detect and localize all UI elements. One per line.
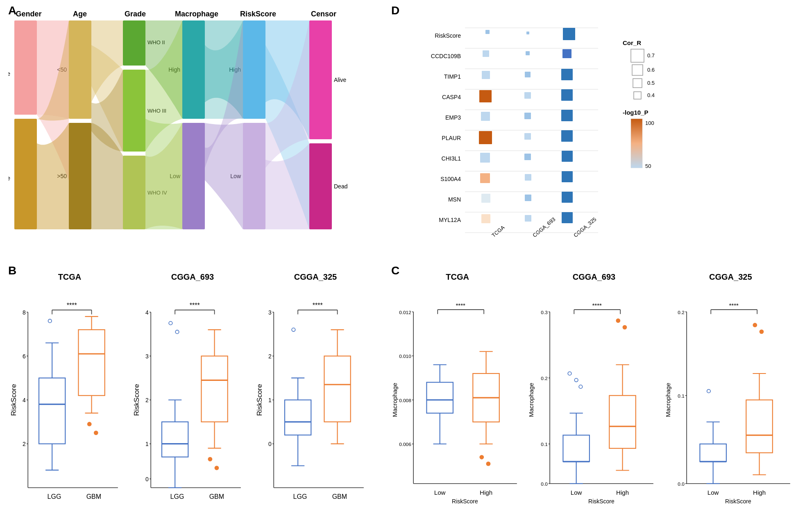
svg-point-75 xyxy=(292,328,295,332)
dot-msn-cgga325 xyxy=(562,192,573,203)
dot-plaur-tcga xyxy=(479,131,492,144)
dot-casp4-tcga xyxy=(479,90,492,102)
boxplot-cgga325-riskscore: CGGA_325 RiskScore 3 2 1 0 LGG GBM xyxy=(254,272,377,516)
svg-point-43 xyxy=(169,321,172,325)
row-timp1: TIMP1 xyxy=(444,73,461,80)
svg-text:****: **** xyxy=(190,302,200,309)
boxplot-cgga693-riskscore: CGGA_693 RiskScore 4 3 2 1 0 LGG xyxy=(131,272,254,516)
legend-100-label: 100 xyxy=(645,120,654,126)
svg-point-176 xyxy=(759,329,764,334)
svg-text:0.010: 0.010 xyxy=(399,353,411,359)
y-label-b-cgga693: RiskScore xyxy=(132,384,141,416)
svg-point-175 xyxy=(753,323,757,327)
dot-timp1-tcga xyxy=(482,71,490,79)
legend-size-05 xyxy=(633,79,642,88)
svg-text:Low: Low xyxy=(707,489,719,496)
svg-text:0.2: 0.2 xyxy=(541,376,548,381)
svg-text:GBM: GBM xyxy=(332,493,347,500)
dot-msn-tcga xyxy=(481,194,490,203)
dot-riskscore-cgga325 xyxy=(563,28,575,40)
dot-s100a4-cgga693 xyxy=(525,174,531,181)
ytick-2: 2 xyxy=(23,441,26,447)
boxplot-tcga-macrophage: TCGA Macrophage 0.012 0.010 0.008 0.006 … xyxy=(389,272,526,516)
legend-pval-bar xyxy=(631,119,642,168)
legend-50-label: 50 xyxy=(645,163,651,169)
dot-msn-cgga693 xyxy=(525,195,531,201)
node-female xyxy=(14,20,37,115)
svg-rect-49 xyxy=(201,356,227,422)
y-label-c-cgga325: Macrophage xyxy=(664,383,671,417)
row-ccdc109b: CCDC109B xyxy=(431,53,461,59)
node-who3 xyxy=(123,70,145,152)
svg-text:****: **** xyxy=(729,302,739,309)
outlier-lgg1 xyxy=(48,319,52,323)
row-myl12a: MYL12A xyxy=(439,217,461,223)
outlier-gbm1 xyxy=(87,422,92,426)
dot-plaur-cgga325 xyxy=(561,130,573,142)
dot-riskscore-cgga693 xyxy=(526,32,529,34)
dot-ccdc109b-tcga xyxy=(483,50,489,57)
y-label-c-tcga: Macrophage xyxy=(391,383,398,417)
dot-ccdc109b-cgga693 xyxy=(526,51,530,55)
svg-text:0.1: 0.1 xyxy=(541,441,548,447)
node-risk-high xyxy=(243,20,265,119)
svg-text:RiskScore: RiskScore xyxy=(588,498,615,505)
y-label-b-tcga: RiskScore xyxy=(9,384,18,416)
gbm-box-tcga xyxy=(78,330,104,396)
node-macro-high xyxy=(182,20,205,119)
bp-title-c-cgga325: CGGA_325 xyxy=(662,272,799,282)
svg-text:0.0: 0.0 xyxy=(541,481,548,487)
svg-text:2: 2 xyxy=(268,353,272,360)
dot-myl12a-tcga xyxy=(481,214,490,223)
node-macro-low xyxy=(182,123,205,229)
outlier-gbm2 xyxy=(94,431,98,435)
bp-title-c-cgga693: CGGA_693 xyxy=(526,272,662,282)
boxplot-tcga-riskscore: TCGA RiskScore 8 6 4 2 LG xyxy=(8,272,131,516)
bp-title-cgga325: CGGA_325 xyxy=(254,272,377,282)
svg-text:LGG: LGG xyxy=(170,493,184,500)
svg-text:LGG: LGG xyxy=(293,493,307,500)
dot-myl12a-cgga693 xyxy=(525,215,531,222)
legend-size-07 xyxy=(631,49,644,62)
col-header-macrophage: Macrophage xyxy=(175,10,218,18)
svg-text:High: High xyxy=(480,489,492,496)
svg-text:GBM: GBM xyxy=(209,493,224,500)
row-chi3l1: CHI3L1 xyxy=(442,155,461,162)
svg-text:High: High xyxy=(616,489,629,496)
ytick-6: 6 xyxy=(23,353,26,360)
y-label-c-cgga693: Macrophage xyxy=(528,383,535,417)
svg-text:High: High xyxy=(753,489,766,496)
svg-text:Low: Low xyxy=(434,489,446,496)
col-header-grade: Grade xyxy=(125,10,146,18)
node-alive xyxy=(309,20,332,139)
col-header-age: Age xyxy=(73,10,87,18)
svg-point-146 xyxy=(623,325,627,330)
svg-text:3: 3 xyxy=(268,309,272,316)
panel-c-boxplots: TCGA Macrophage 0.012 0.010 0.008 0.006 … xyxy=(389,262,799,516)
lgg-box-tcga xyxy=(39,378,65,444)
bp-title-cgga693: CGGA_693 xyxy=(131,272,254,282)
svg-point-145 xyxy=(616,319,621,323)
svg-text:****: **** xyxy=(456,302,465,309)
dot-ccdc109b-cgga325 xyxy=(562,49,571,58)
svg-point-136 xyxy=(568,372,572,376)
svg-point-138 xyxy=(579,385,583,389)
legend-size-04-label: 0.4 xyxy=(647,92,655,98)
svg-text:2: 2 xyxy=(145,397,149,403)
legend-size-06-label: 0.6 xyxy=(647,67,655,73)
svg-point-111 xyxy=(479,455,484,460)
svg-text:****: **** xyxy=(592,302,602,309)
sig-tcga-b: **** xyxy=(67,302,77,309)
boxplot-cgga325-macrophage: CGGA_325 Macrophage 0.2 0.1 0.0 Low High… xyxy=(662,272,799,516)
svg-text:3: 3 xyxy=(145,353,149,360)
svg-rect-173 xyxy=(746,400,773,453)
dot-chi3l1-tcga xyxy=(480,153,490,163)
dot-myl12a-cgga325 xyxy=(562,212,573,223)
xlabel-gbm-tcga: GBM xyxy=(86,493,102,500)
svg-rect-103 xyxy=(426,382,453,413)
legend-size-05-label: 0.5 xyxy=(647,80,655,86)
panel-d-correlation: RiskScore CCDC109B TIMP1 CASP4 EMP3 PLAU… xyxy=(389,4,791,258)
dot-timp1-cgga325 xyxy=(561,69,573,80)
svg-rect-134 xyxy=(563,435,590,462)
svg-text:RiskScore: RiskScore xyxy=(725,498,751,505)
